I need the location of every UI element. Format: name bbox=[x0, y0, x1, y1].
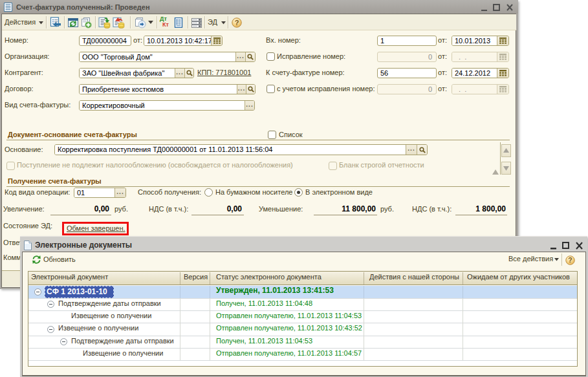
svg-text:?: ? bbox=[568, 257, 572, 264]
svg-text:?: ? bbox=[235, 19, 239, 27]
